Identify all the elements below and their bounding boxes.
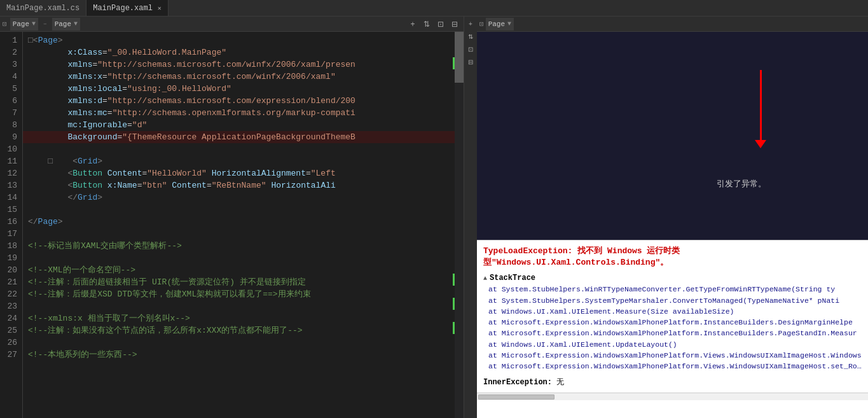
tab-close-icon[interactable]: ✕ <box>158 4 162 12</box>
tab-bar: MainPage.xaml.cs MainPage.xaml ✕ <box>0 0 868 17</box>
right-dropdown-arrow: ▼ <box>507 20 511 27</box>
code-line-16[interactable]: </Page> <box>23 216 455 228</box>
dialog-scrollbar[interactable] <box>477 393 868 400</box>
tab-mainpage-cs[interactable]: MainPage.xaml.cs <box>0 0 86 16</box>
scope-dropdown-right[interactable]: Page ▼ <box>486 18 514 31</box>
code-line-18[interactable]: <!--标记当前XAML交由哪个类型解析--> <box>23 240 455 252</box>
code-line-13[interactable]: <Button x:Name="btn" Content="ReBtnName"… <box>23 179 455 192</box>
dropdown2-arrow: ▼ <box>74 20 78 27</box>
scope-dropdown-left[interactable]: Page ▼ <box>10 18 38 31</box>
side-btn-4[interactable]: ⊟ <box>465 56 476 67</box>
code-line-24[interactable]: <!--xmlns:x 相当于取了一个别名叫x--> <box>23 312 455 324</box>
code-line-25[interactable]: <!--注解：如果没有这个节点的话，那么所有x:XXX的节点都不能用了--> <box>23 324 455 337</box>
code-line-8[interactable]: mc:Ignorable="d" <box>23 119 455 131</box>
error-title-text: TypeLoadException: 找不到 Windows 运行时类型"Win… <box>483 246 680 267</box>
code-line-15[interactable] <box>23 204 455 216</box>
code-line-1[interactable]: □<Page> <box>23 34 455 46</box>
code-line-22[interactable]: <!--注解：后缀是XSD DTD等文件，创建XML架构就可以看见了==>用来约… <box>23 288 455 300</box>
code-dropdown-bar: ⊡ Page ▼ - Page ▼ + ⇅ ⊡ ⊟ <box>0 17 464 32</box>
toolbar-btn-2[interactable]: ⇅ <box>420 18 433 31</box>
code-line-27[interactable]: <!--本地系列的一些东西--> <box>23 349 455 361</box>
triangle-icon: ▲ <box>483 275 487 282</box>
code-line-21[interactable]: <!--注解：后面的超链接相当于 UIR(统一资源定位符) 并不是链接到指定 <box>23 276 455 288</box>
error-dialog: TypeLoadException: 找不到 Windows 运行时类型"Win… <box>477 240 868 418</box>
code-line-9[interactable]: Background="{ThemeResource ApplicationPa… <box>23 131 455 143</box>
toolbar-btn-1[interactable]: + <box>406 18 419 31</box>
member-dropdown-left[interactable]: Page ▼ <box>52 18 80 31</box>
code-line-23[interactable] <box>23 300 455 312</box>
dropdown1-arrow: ▼ <box>32 20 36 27</box>
inner-exception-value-text: 无 <box>556 378 564 387</box>
dialog-scrollbar-thumb <box>478 394 555 400</box>
code-panel: ⊡ Page ▼ - Page ▼ + ⇅ ⊡ ⊟ 12345678910111… <box>0 17 464 418</box>
scroll-indicator[interactable] <box>455 32 464 418</box>
tab-mainpage-xaml[interactable]: MainPage.xaml ✕ <box>86 0 169 16</box>
tab-cs-label: MainPage.xaml.cs <box>6 4 79 13</box>
main-area: ⊡ Page ▼ - Page ▼ + ⇅ ⊡ ⊟ 12345678910111… <box>0 17 868 418</box>
toolbar-btn-4[interactable]: ⊟ <box>448 18 461 31</box>
code-line-3[interactable]: xmlns="http://schemas.microsoft.com/winf… <box>23 59 455 71</box>
stack-trace-section: ▲ StackTrace at System.StubHelpers.WinRT… <box>477 271 868 374</box>
arrow-container <box>755 70 766 148</box>
stack-trace-header: ▲ StackTrace <box>483 274 862 282</box>
right-dropdown-label: Page <box>488 20 505 28</box>
red-arrow-head <box>755 140 766 148</box>
side-btn-2[interactable]: ⇅ <box>465 31 476 42</box>
scroll-thumb <box>455 32 464 83</box>
code-line-14[interactable]: </Grid> <box>23 192 455 204</box>
design-area: 引发了异常。 TypeLoadException: 找不到 Windows 运行… <box>477 32 868 418</box>
inner-exception-label: InnerException: <box>483 378 552 387</box>
code-line-12[interactable]: <Button Content="HelloWorld" HorizontalA… <box>23 167 455 179</box>
code-line-4[interactable]: xmlns:x="http://schemas.microsoft.com/wi… <box>23 71 455 83</box>
code-line-5[interactable]: xmlns:local="using:_00.HelloWord" <box>23 83 455 95</box>
code-content[interactable]: □<Page> x:Class="_00.HelloWord.MainPage"… <box>23 32 455 418</box>
side-btn-1[interactable]: + <box>465 18 476 29</box>
code-line-6[interactable]: xmlns:d="http://schemas.microsoft.com/ex… <box>23 95 455 107</box>
tab-xaml-label: MainPage.xaml <box>93 4 153 13</box>
toolbar-btn-3[interactable]: ⊡ <box>434 18 447 31</box>
code-line-10[interactable] <box>23 143 455 155</box>
right-panel: ⊡ Page ▼ 引发了异常。 TypeLoadException: 找不到 W… <box>477 17 868 418</box>
line-numbers: 1234567891011121314151617181920212223242… <box>0 32 23 418</box>
code-line-20[interactable]: <!--XML的一个命名空间--> <box>23 264 455 276</box>
red-arrow-shaft <box>760 70 762 140</box>
error-dialog-title: TypeLoadException: 找不到 Windows 运行时类型"Win… <box>477 240 868 271</box>
side-toolbar: + ⇅ ⊡ ⊟ <box>464 17 477 418</box>
dropdown2-label: Page <box>55 20 71 28</box>
right-dropdown-bar: ⊡ Page ▼ <box>477 17 868 32</box>
side-btn-3[interactable]: ⊡ <box>465 43 476 55</box>
dropdown1-label: Page <box>13 20 29 28</box>
inner-exception-area: InnerException: 无 <box>477 374 868 393</box>
exception-text: 引发了异常。 <box>717 178 766 190</box>
code-line-11[interactable]: □ <Grid> <box>23 155 455 167</box>
code-line-7[interactable]: xmlns:mc="http://schemas.openxmlformats.… <box>23 107 455 119</box>
code-line-17[interactable] <box>23 228 455 240</box>
code-line-26[interactable] <box>23 337 455 349</box>
code-toolbar: + ⇅ ⊡ ⊟ <box>406 18 461 31</box>
code-line-2[interactable]: x:Class="_00.HelloWord.MainPage" <box>23 46 455 59</box>
stack-trace-label: StackTrace <box>490 274 535 282</box>
stack-trace-content: at System.StubHelpers.WinRTTypeNameConve… <box>483 284 862 372</box>
code-editor[interactable]: 1234567891011121314151617181920212223242… <box>0 32 464 418</box>
code-line-19[interactable] <box>23 252 455 264</box>
